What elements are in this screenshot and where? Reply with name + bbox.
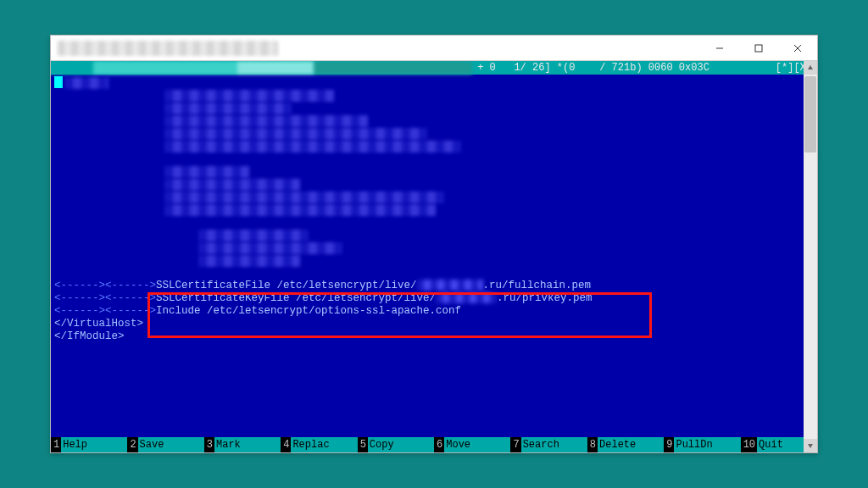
fkey-number: 4 bbox=[281, 437, 291, 452]
fkey-bar: 1Help2Save3Mark4Replac5Copy6Move7Search8… bbox=[51, 437, 817, 452]
fkey-number: 8 bbox=[587, 437, 598, 452]
redacted-line bbox=[164, 115, 368, 127]
config-line-close-vhost: </VirtualHost> bbox=[54, 318, 814, 330]
titlebar bbox=[51, 36, 817, 61]
edit-area[interactable]: <------><------>SSLCertificateFile /etc/… bbox=[51, 75, 817, 437]
fkey-number: 1 bbox=[51, 437, 61, 452]
fkey-copy[interactable]: 5Copy bbox=[358, 437, 434, 452]
fkey-save[interactable]: 2Save bbox=[127, 437, 203, 452]
editor: + 0 1/ 26] *(0 / 721b) 0060 0x03C [*][X] bbox=[51, 61, 817, 452]
redacted-line bbox=[198, 255, 300, 267]
fkey-number: 5 bbox=[358, 437, 368, 452]
close-button[interactable] bbox=[778, 36, 817, 61]
redacted-line bbox=[164, 179, 300, 191]
svg-marker-5 bbox=[808, 444, 813, 448]
status-right: + 0 1/ 26] *(0 / 721b) 0060 0x03C [*][X] bbox=[472, 61, 817, 75]
config-line-close-ifmodule: </IfModule> bbox=[54, 330, 814, 343]
status-left-redacted bbox=[51, 61, 472, 75]
maximize-icon bbox=[754, 44, 763, 53]
svg-marker-4 bbox=[808, 65, 813, 69]
fkey-mark[interactable]: 3Mark bbox=[204, 437, 281, 452]
redacted-line bbox=[164, 103, 292, 114]
fkey-number: 2 bbox=[127, 437, 137, 452]
redacted-domain bbox=[436, 292, 497, 303]
config-line-ssl-cert: <------><------>SSLCertificateFile /etc/… bbox=[54, 280, 814, 292]
redacted-domain bbox=[417, 280, 483, 291]
vertical-scrollbar[interactable] bbox=[804, 61, 817, 452]
window-controls bbox=[700, 36, 817, 61]
chevron-down-icon bbox=[807, 442, 814, 449]
editor-statusbar: + 0 1/ 26] *(0 / 721b) 0060 0x03C [*][X] bbox=[51, 61, 817, 75]
fkey-label: Help bbox=[61, 437, 127, 452]
fkey-label: Mark bbox=[214, 437, 281, 452]
fkey-help[interactable]: 1Help bbox=[51, 437, 127, 452]
minimize-button[interactable] bbox=[700, 36, 739, 61]
redacted-line bbox=[198, 230, 309, 241]
fkey-delete[interactable]: 8Delete bbox=[587, 437, 664, 452]
redacted-line bbox=[164, 90, 334, 102]
redacted-line bbox=[64, 77, 108, 89]
fkey-label: Save bbox=[138, 437, 204, 452]
fkey-label: Move bbox=[444, 437, 510, 452]
redacted-line bbox=[164, 191, 444, 203]
fkey-search[interactable]: 7Search bbox=[510, 437, 587, 452]
app-window: + 0 1/ 26] *(0 / 721b) 0060 0x03C [*][X] bbox=[50, 35, 818, 453]
redacted-line bbox=[164, 204, 436, 216]
redacted-line bbox=[164, 166, 249, 178]
scroll-thumb[interactable] bbox=[804, 76, 816, 152]
close-icon bbox=[793, 44, 802, 53]
minimize-icon bbox=[715, 44, 724, 53]
redacted-line bbox=[164, 141, 461, 152]
maximize-button[interactable] bbox=[739, 36, 778, 61]
fkey-move[interactable]: 6Move bbox=[434, 437, 510, 452]
scroll-track[interactable] bbox=[804, 75, 817, 439]
fkey-label: Delete bbox=[598, 437, 664, 452]
fkey-pulldn[interactable]: 9PullDn bbox=[664, 437, 740, 452]
fkey-replac[interactable]: 4Replac bbox=[281, 437, 357, 452]
scroll-down-button[interactable] bbox=[804, 439, 817, 452]
redacted-line bbox=[198, 242, 342, 254]
scroll-up-button[interactable] bbox=[804, 61, 817, 75]
cursor-block bbox=[54, 76, 63, 88]
fkey-number: 7 bbox=[510, 437, 520, 452]
window-title-redacted bbox=[58, 41, 278, 56]
status-position: + 0 1/ 26] *(0 / 721b) 0060 0x03C bbox=[477, 61, 709, 75]
fkey-label: PullDn bbox=[674, 437, 740, 452]
chevron-up-icon bbox=[807, 64, 814, 71]
fkey-label: Copy bbox=[368, 437, 434, 452]
redacted-line bbox=[164, 128, 427, 140]
fkey-number: 6 bbox=[434, 437, 444, 452]
config-line-ssl-key: <------><------>SSLCertificateKeyFile /e… bbox=[54, 292, 814, 305]
config-line-include: <------><------>Include /etc/letsencrypt… bbox=[54, 305, 814, 318]
svg-rect-1 bbox=[755, 45, 762, 52]
fkey-label: Replac bbox=[291, 437, 357, 452]
fkey-label: Search bbox=[521, 437, 587, 452]
fkey-number: 10 bbox=[741, 437, 757, 452]
fkey-number: 9 bbox=[664, 437, 674, 452]
fkey-number: 3 bbox=[204, 437, 214, 452]
